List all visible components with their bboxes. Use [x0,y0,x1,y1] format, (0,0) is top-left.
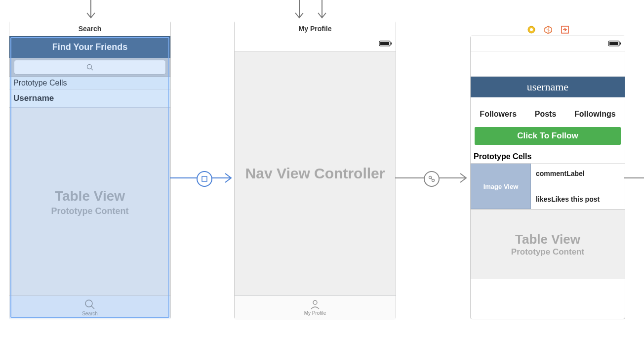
scene-my-profile[interactable]: My Profile Nav View Controller My Profil… [234,21,396,319]
tab-bar[interactable]: My Profile [235,296,396,319]
profile-icon [310,300,320,309]
search-input[interactable] [14,60,166,75]
table-view-placeholder: Table View Prototype Content [471,210,625,279]
svg-point-21 [530,28,533,31]
svg-line-19 [431,178,433,180]
svg-point-15 [313,301,317,304]
navigation-bar: Find Your Friends [9,36,170,58]
svg-line-7 [91,69,93,71]
svg-point-6 [87,65,92,69]
segue-arrow-out-c[interactable] [624,174,644,182]
svg-rect-13 [380,42,389,45]
battery-icon [608,40,622,47]
segue-badge-present[interactable] [197,171,212,187]
tab-label: My Profile [304,310,326,316]
arrow-into-scene-b-1 [293,0,305,22]
svg-rect-28 [609,42,618,45]
image-view-placeholder: Image View [471,164,531,209]
battery-icon [379,40,393,47]
prototype-cells-header: Prototype Cells [9,77,170,89]
svg-rect-11 [202,176,207,181]
placeholder-sub: Prototype Content [511,247,584,257]
tab-label: Search [82,311,98,316]
prototype-cell-username[interactable]: Username [9,89,170,108]
placeholder-title: Table View [55,188,125,204]
search-bar[interactable] [9,58,170,77]
svg-line-9 [91,306,94,309]
scene-title: Search [9,21,170,37]
scene-badges [527,26,569,34]
badge-circle-icon [527,26,535,34]
follow-button[interactable]: Click To Follow [475,127,621,145]
placeholder-title: Table View [515,232,580,247]
svg-rect-14 [391,43,392,44]
scene-title: My Profile [235,21,396,37]
prototype-cells-header: Prototype Cells [471,150,625,164]
segue-badge-relationship[interactable] [424,171,440,187]
nav-title: Find Your Friends [52,42,127,52]
scene-search[interactable]: Search Find Your Friends Prototype Cells… [9,21,171,319]
search-icon [84,299,95,310]
username-bar: username [471,77,625,97]
tab-bar[interactable]: Search [9,296,170,319]
placeholder-sub: Prototype Content [51,206,129,216]
svg-rect-29 [620,43,621,44]
scene-user-profile[interactable]: username Followers Posts Followings Clic… [470,36,625,319]
posts-label[interactable]: Posts [535,110,557,119]
arrow-into-scene-a [85,0,97,22]
badge-cube-icon [544,26,552,34]
badge-exit-icon [561,26,569,34]
arrow-into-scene-b-2 [316,0,328,22]
header-gap [471,51,625,77]
comment-label: commentLabel [536,170,620,177]
prototype-cell-post[interactable]: Image View commentLabel likesLikes this … [471,164,625,210]
followers-label[interactable]: Followers [480,110,517,119]
table-view-placeholder: Table View Prototype Content [9,108,170,296]
likes-label: likesLikes this post [536,195,620,203]
nav-controller-placeholder: Nav View Controller [235,51,396,296]
stats-row: Followers Posts Followings [471,104,625,124]
search-icon [86,64,93,71]
followings-label[interactable]: Followings [574,110,616,119]
svg-point-8 [85,300,92,307]
